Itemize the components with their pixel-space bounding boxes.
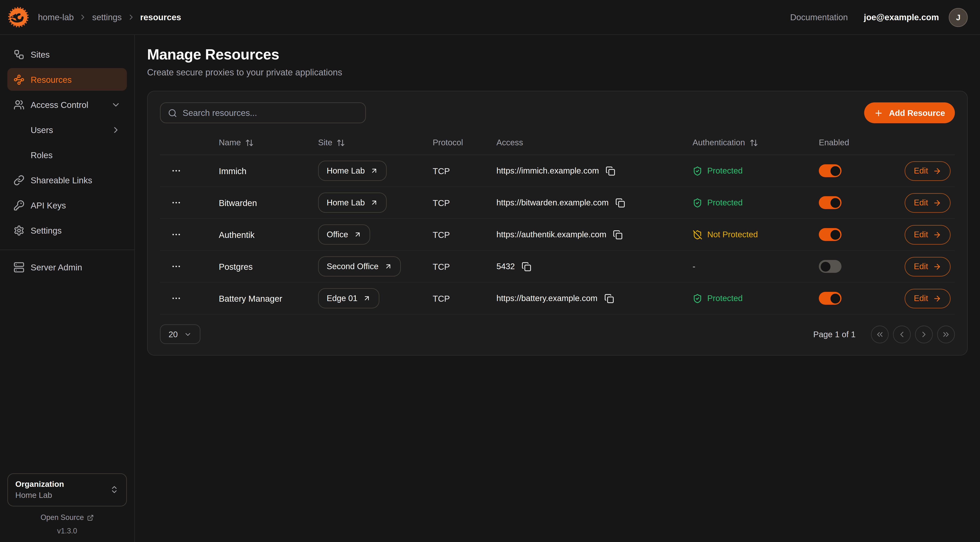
edit-button-label: Edit [914,198,928,207]
site-cell: Office [318,225,433,245]
copy-access-button[interactable] [522,261,531,271]
resource-name: Authentik [192,230,318,239]
sidebar-nav: SitesResourcesAccess ControlUsersRolesSh… [7,43,127,244]
next-page-button[interactable] [915,325,933,343]
edit-button[interactable]: Edit [905,257,951,276]
row-menu-button[interactable] [169,291,183,306]
row-menu-button[interactable] [169,259,183,274]
resource-name: Postgres [192,261,318,271]
resource-name: Bitwarden [192,198,318,208]
edit-button[interactable]: Edit [905,225,951,244]
resource-rows: Immich Home Lab TCP https://immich.examp… [160,155,955,314]
copy-access-button[interactable] [606,166,616,176]
main-content: Manage Resources Create secure proxies t… [135,35,980,542]
page-size-select[interactable]: 20 [160,324,200,344]
resource-protocol: TCP [433,293,496,303]
sidebar-item-shareable-links[interactable]: Shareable Links [7,169,127,191]
site-link-badge[interactable]: Home Lab [318,193,387,213]
sidebar-item-label: Users [31,125,53,135]
arrow-up-right-icon [384,262,392,270]
prev-page-button[interactable] [893,325,911,343]
enabled-toggle[interactable] [819,196,842,209]
first-page-button[interactable] [871,325,889,343]
breadcrumb-settings[interactable]: settings [92,12,122,22]
copy-access-button[interactable] [615,198,625,208]
enabled-toggle[interactable] [819,164,842,177]
enabled-toggle[interactable] [819,292,842,305]
sidebar-item-settings[interactable]: Settings [7,219,127,242]
sidebar-item-users[interactable]: Users [7,118,127,141]
site-link-badge[interactable]: Edge 01 [318,288,380,308]
row-menu-button[interactable] [169,164,183,178]
column-label: Authentication [692,138,745,147]
open-source-link[interactable]: Open Source [40,513,94,522]
shield-check-icon [692,198,702,208]
auth-status-label: Protected [707,294,743,303]
site-cell: Edge 01 [318,288,433,308]
resource-protocol: TCP [433,261,496,271]
edit-button[interactable]: Edit [905,289,951,308]
user-email[interactable]: joe@example.com [864,12,939,22]
copy-access-button[interactable] [613,230,623,239]
ellipsis-icon [171,198,181,208]
column-header-access: Access [496,138,692,147]
shield-check-icon [692,293,702,303]
sidebar-item-roles[interactable]: Roles [7,143,127,166]
site-link-badge[interactable]: Second Office [318,256,401,276]
settings-icon [13,225,24,236]
resource-protocol: TCP [433,230,496,239]
copy-access-button[interactable] [604,293,614,303]
resource-access: https://immich.example.com [496,166,599,175]
sort-icon[interactable] [245,139,254,147]
pangolin-logo-icon [7,6,29,28]
documentation-link[interactable]: Documentation [790,12,848,22]
search-icon [168,108,177,118]
avatar[interactable]: J [949,8,968,27]
chevrons-up-down-icon [110,485,119,494]
arrow-right-icon [933,230,942,239]
row-menu-button[interactable] [169,195,183,210]
copy-icon [604,293,614,303]
sort-icon[interactable] [337,139,345,147]
plus-icon [874,108,883,118]
sidebar-item-sites[interactable]: Sites [7,43,127,65]
ellipsis-icon [171,166,181,176]
page-subtitle: Create secure proxies to your private ap… [147,67,968,77]
site-link-badge[interactable]: Home Lab [318,161,387,181]
edit-cell: Edit [905,161,961,181]
app-root: home-lab settings resources Documentatio… [0,0,980,542]
add-resource-button[interactable]: Add Resource [864,102,955,123]
sidebar-item-server-admin[interactable]: Server Admin [7,256,127,278]
chevron-right-icon [920,330,929,339]
arrow-right-icon [933,167,942,175]
arrow-right-icon [933,294,942,303]
edit-button[interactable]: Edit [905,161,951,181]
row-menu-button[interactable] [169,227,183,242]
organization-value: Home Lab [15,490,64,501]
sidebar-item-resources[interactable]: Resources [7,68,127,91]
site-link-badge[interactable]: Office [318,225,370,245]
sidebar-item-label: Access Control [31,100,88,110]
page-info: Page 1 of 1 [813,330,856,339]
breadcrumb-org[interactable]: home-lab [38,12,74,22]
enabled-cell [819,196,905,209]
ellipsis-icon [171,261,181,272]
organization-selector[interactable]: Organization Home Lab [7,473,127,507]
sidebar-item-label: Roles [31,150,52,160]
resource-name: Battery Manager [192,293,318,303]
site-name: Edge 01 [327,294,358,303]
auth-status: Protected [692,198,819,208]
sidebar-item-access-control[interactable]: Access Control [7,93,127,116]
enabled-toggle[interactable] [819,228,842,241]
edit-button[interactable]: Edit [905,193,951,212]
auth-status-label: Protected [707,198,743,207]
toggle-knob [830,198,840,208]
sort-icon[interactable] [749,139,758,147]
search-input[interactable] [183,108,358,118]
auth-status: Protected [692,166,819,176]
column-label: Name [219,138,241,147]
last-page-button[interactable] [937,325,955,343]
sidebar-item-api-keys[interactable]: API Keys [7,194,127,217]
pagination-controls: Page 1 of 1 [813,325,955,343]
enabled-toggle[interactable] [819,260,842,273]
